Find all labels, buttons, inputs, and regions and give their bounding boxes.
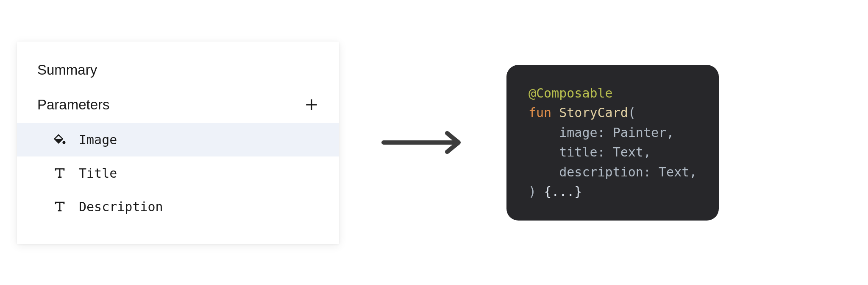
parameters-section-title: Parameters bbox=[37, 97, 110, 113]
arrow-right-icon bbox=[381, 130, 464, 155]
parameter-item-description[interactable]: Description bbox=[17, 190, 339, 224]
parameter-list: Image Title Description bbox=[17, 123, 339, 224]
code-close-paren: ) bbox=[529, 184, 536, 199]
code-param-type: Painter bbox=[613, 125, 666, 140]
parameter-item-title[interactable]: Title bbox=[17, 156, 339, 190]
code-keyword-fun: fun bbox=[529, 105, 551, 120]
fill-icon bbox=[53, 132, 67, 147]
parameters-section-header: Parameters bbox=[17, 97, 339, 113]
text-icon bbox=[53, 166, 67, 180]
code-body: {...} bbox=[544, 184, 582, 199]
code-param-name: title bbox=[559, 145, 597, 159]
parameter-label: Title bbox=[79, 166, 117, 181]
add-parameter-button[interactable] bbox=[304, 98, 319, 112]
parameter-label: Description bbox=[79, 199, 163, 214]
parameter-label: Image bbox=[79, 132, 117, 147]
text-icon bbox=[53, 199, 67, 214]
parameter-item-image[interactable]: Image bbox=[17, 123, 339, 156]
summary-section-title: Summary bbox=[17, 62, 339, 78]
code-param-name: description bbox=[559, 165, 643, 179]
transform-arrow bbox=[381, 130, 464, 155]
code-function-name: StoryCard bbox=[559, 105, 628, 120]
svg-point-0 bbox=[62, 141, 65, 144]
code-open-paren: ( bbox=[628, 105, 636, 120]
code-snippet: @Composable fun StoryCard( image: Painte… bbox=[506, 65, 719, 221]
properties-panel: Summary Parameters Image Title bbox=[17, 42, 339, 244]
code-param-type: Text bbox=[659, 165, 689, 179]
code-param-name: image bbox=[559, 125, 597, 140]
code-param-type: Text bbox=[613, 145, 643, 159]
code-annotation: @Composable bbox=[529, 86, 613, 101]
plus-icon bbox=[304, 98, 319, 112]
